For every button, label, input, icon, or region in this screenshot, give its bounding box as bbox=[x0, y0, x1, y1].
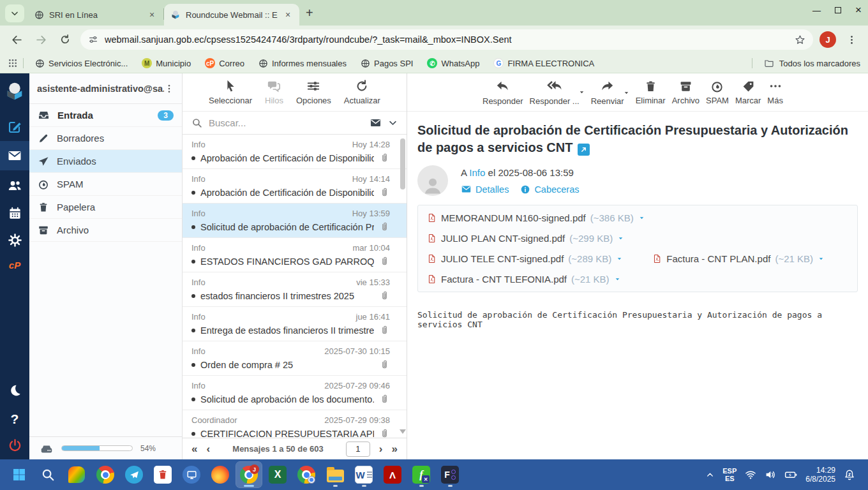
list-item[interactable]: InfoHoy 14:14 Aprobación de Certificació… bbox=[183, 169, 407, 204]
wifi-icon[interactable] bbox=[745, 469, 756, 480]
tray-overflow-chevron-icon[interactable] bbox=[706, 471, 714, 479]
folder-entrada[interactable]: Entrada 3 bbox=[29, 104, 182, 127]
taskbar-firefox-icon[interactable] bbox=[207, 462, 233, 487]
tab-sri[interactable]: SRI en Línea × bbox=[28, 4, 163, 26]
calendar-nav-icon[interactable] bbox=[0, 206, 29, 221]
attachment-menu-caret[interactable] bbox=[638, 214, 645, 221]
settings-gear-icon[interactable] bbox=[0, 233, 29, 248]
list-item[interactable]: Infovie 15:33 estados financieros II tri… bbox=[183, 272, 407, 307]
spam-button[interactable]: SPAM bbox=[706, 80, 729, 105]
details-toggle[interactable]: Detalles bbox=[461, 184, 509, 195]
dark-mode-moon-icon[interactable] bbox=[0, 383, 29, 397]
folder-papelera[interactable]: Papelera bbox=[29, 196, 182, 219]
folder-enviados[interactable]: Enviados bbox=[29, 150, 182, 173]
mail-nav-icon[interactable] bbox=[0, 148, 29, 163]
logout-power-icon[interactable] bbox=[0, 438, 29, 453]
page-number-input[interactable] bbox=[346, 442, 370, 457]
maximize-button[interactable] bbox=[835, 7, 841, 13]
attachment-menu-caret[interactable] bbox=[617, 235, 624, 242]
tab-search-button[interactable] bbox=[5, 4, 24, 22]
apps-grid-icon[interactable] bbox=[8, 58, 18, 68]
refresh-button[interactable]: Actualizar bbox=[344, 79, 380, 105]
new-tab-button[interactable]: + bbox=[306, 6, 313, 20]
taskbar-chrome-profile-icon[interactable]: J bbox=[236, 462, 262, 487]
notification-bell-icon[interactable] bbox=[844, 469, 855, 480]
search-options-chevron-icon[interactable] bbox=[388, 118, 398, 128]
scrollbar-thumb[interactable] bbox=[400, 138, 405, 189]
bookmark-municipio[interactable]: MMunicipio bbox=[142, 58, 191, 68]
search-scope-envelope-icon[interactable] bbox=[370, 117, 382, 129]
attachment-chip[interactable]: Factura - CNT PLAN.pdf(~21 KB) bbox=[652, 253, 825, 265]
address-bar[interactable]: webmail.sanjuan.gob.ec/cpsess1525424746/… bbox=[80, 29, 813, 50]
list-item[interactable]: Infomar 10:04 ESTADOS FINANCIEROS GAD PA… bbox=[183, 238, 407, 272]
bookmark-firma[interactable]: GFIRMA ELECTRONICA bbox=[493, 58, 594, 68]
cpanel-nav-icon[interactable]: cP bbox=[0, 260, 29, 271]
headers-toggle[interactable]: Cabeceras bbox=[520, 184, 579, 195]
options-button[interactable]: Opciones bbox=[296, 79, 331, 105]
next-page-button[interactable]: › bbox=[379, 443, 383, 456]
tab-roundcube[interactable]: Roundcube Webmail :: Enviados × bbox=[164, 4, 299, 26]
browser-profile-avatar[interactable]: J bbox=[819, 31, 836, 48]
close-icon[interactable]: × bbox=[147, 10, 157, 20]
list-item[interactable]: Infojue 16:41 Entrega de estados financi… bbox=[183, 307, 407, 341]
forward-dropdown-caret[interactable] bbox=[623, 89, 630, 96]
recipient-link[interactable]: Info bbox=[469, 167, 485, 178]
forward-button[interactable] bbox=[32, 31, 50, 48]
attachment-menu-caret[interactable] bbox=[614, 276, 621, 283]
prev-page-button[interactable]: ‹ bbox=[206, 443, 210, 456]
attachment-chip[interactable]: JULIO TELE CNT-signed.pdf(~289 KB) bbox=[427, 253, 623, 265]
taskbar-f-dark-app-icon[interactable]: F bbox=[437, 462, 463, 487]
bookmark-whatsapp[interactable]: ✆WhatsApp bbox=[427, 58, 479, 68]
attachment-menu-caret[interactable] bbox=[818, 255, 825, 262]
account-menu-kebab-icon[interactable] bbox=[164, 84, 174, 94]
minimize-button[interactable]: — bbox=[812, 6, 821, 15]
select-button[interactable]: Seleccionar bbox=[209, 79, 252, 105]
bookmark-correo[interactable]: cPCorreo bbox=[205, 58, 244, 68]
attachment-chip[interactable]: JULIO PLAN CNT-signed.pdf(~299 KB) bbox=[427, 232, 624, 244]
forward-button[interactable]: Reenviar bbox=[591, 79, 624, 106]
bookmark-informes[interactable]: Informes mensuales bbox=[258, 59, 347, 68]
threads-button[interactable]: Hilos bbox=[265, 79, 283, 105]
taskbar-copilot-icon[interactable] bbox=[64, 462, 89, 487]
folder-archivo[interactable]: Archivo bbox=[29, 219, 182, 242]
speaker-icon[interactable] bbox=[765, 469, 776, 480]
list-item-selected[interactable]: InfoHoy 13:59 Solicitud de aprobación de… bbox=[183, 204, 407, 238]
attachment-chip[interactable]: MEMORANDUM N160-signed.pdf(~386 KB) bbox=[427, 212, 645, 224]
reply-button[interactable]: Responder bbox=[483, 79, 523, 106]
reply-all-dropdown-caret[interactable] bbox=[578, 89, 585, 96]
attachment-menu-caret[interactable] bbox=[616, 255, 623, 262]
help-icon[interactable]: ? bbox=[0, 412, 29, 427]
bookmark-pagos[interactable]: Pagos SPI bbox=[361, 59, 413, 68]
delete-button[interactable]: Eliminar bbox=[636, 80, 666, 105]
browser-menu-button[interactable] bbox=[842, 31, 860, 48]
taskbar-display-icon[interactable] bbox=[179, 462, 204, 487]
bookmark-star-icon[interactable] bbox=[795, 34, 805, 45]
roundcube-logo[interactable] bbox=[0, 81, 29, 101]
taskbar-excel-icon[interactable]: X bbox=[265, 462, 290, 487]
taskbar-telegram-icon[interactable] bbox=[121, 462, 147, 487]
attachment-chip[interactable]: Factura - CNT TLEFONIA.pdf(~21 KB) bbox=[427, 273, 621, 285]
taskbar-explorer-icon[interactable] bbox=[322, 462, 348, 487]
start-button[interactable] bbox=[6, 462, 32, 487]
taskbar-recycle-icon[interactable] bbox=[150, 462, 176, 487]
reply-all-button[interactable]: Responder ... bbox=[530, 78, 580, 106]
taskbar-word-icon[interactable]: W bbox=[351, 462, 377, 487]
close-window-button[interactable]: × bbox=[855, 4, 862, 17]
battery-icon[interactable] bbox=[784, 468, 797, 481]
list-item[interactable]: Info2025-07-30 10:15 Orden de compra # 2… bbox=[183, 341, 407, 376]
taskbar-search-button[interactable] bbox=[35, 462, 61, 487]
last-page-button[interactable]: » bbox=[392, 443, 398, 456]
taskbar-chrome-icon[interactable] bbox=[93, 462, 118, 487]
folder-spam[interactable]: SPAM bbox=[29, 173, 182, 196]
search-input[interactable] bbox=[209, 117, 363, 128]
taskbar-chrome-alt-icon[interactable] bbox=[294, 462, 319, 487]
taskbar-acrobat-icon[interactable]: Λ bbox=[380, 462, 405, 487]
folder-borradores[interactable]: Borradores bbox=[29, 127, 182, 150]
back-button[interactable] bbox=[8, 31, 26, 48]
bookmark-servicios[interactable]: Servicios Electrónic... bbox=[35, 59, 128, 68]
language-indicator[interactable]: ESPES bbox=[722, 467, 737, 482]
more-button[interactable]: Más bbox=[767, 79, 783, 105]
mark-button[interactable]: Marcar bbox=[735, 80, 761, 105]
list-item[interactable]: Info2025-07-29 09:46 Solicitud de aproba… bbox=[183, 376, 407, 410]
taskbar-finance-app-icon[interactable]: f✕ bbox=[408, 462, 434, 487]
